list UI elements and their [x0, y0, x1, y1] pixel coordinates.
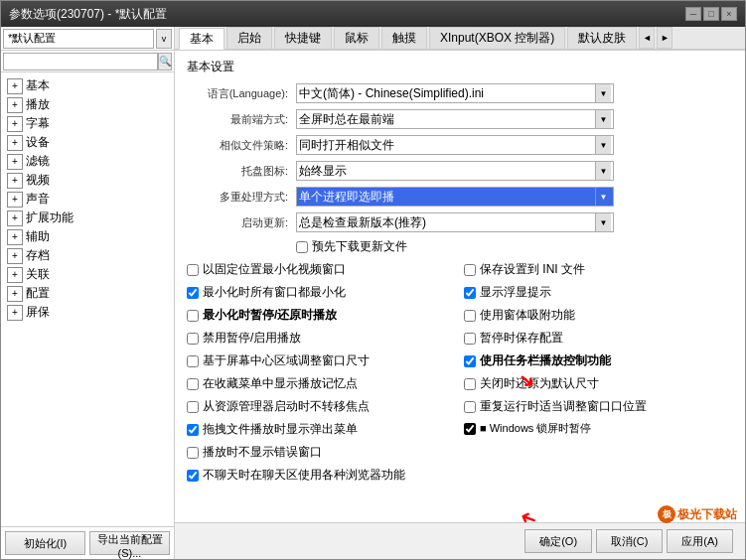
- cb-fixed-position-input[interactable]: [187, 264, 199, 276]
- expand-icon[interactable]: +: [7, 173, 23, 189]
- preset-input[interactable]: *默认配置: [3, 29, 154, 49]
- cb-taskbar-control-input[interactable]: [464, 355, 476, 367]
- cb-adjust-pos[interactable]: 重复运行时适当调整窗口口位置: [464, 398, 733, 415]
- foreground-select[interactable]: 全屏时总在最前端 ▼: [296, 109, 614, 129]
- tree-item-device[interactable]: + 设备: [3, 133, 172, 152]
- tree-label: 存档: [26, 247, 50, 264]
- cb-minimize-all[interactable]: 最小化时所有窗口都最小化: [187, 284, 456, 301]
- expand-icon[interactable]: +: [7, 305, 23, 321]
- cb-minimize-all-input[interactable]: [187, 287, 199, 299]
- cb-tooltip-input[interactable]: [464, 287, 476, 299]
- cb-no-focus-input[interactable]: [187, 401, 199, 413]
- expand-icon[interactable]: +: [7, 154, 23, 170]
- export-button[interactable]: 导出当前配置(S)...: [89, 531, 170, 555]
- tab-scroll-left[interactable]: ◄: [639, 27, 655, 49]
- predownload-checkbox-label[interactable]: 预先下载更新文件: [296, 238, 407, 255]
- cb-lock-pause[interactable]: ■ Windows 锁屏时暂停: [464, 421, 733, 436]
- cb-save-ini-input[interactable]: [464, 264, 476, 276]
- cb-taskbar-control[interactable]: 使用任务栏播放控制功能: [464, 352, 733, 369]
- tab-basic[interactable]: 基本: [179, 28, 224, 50]
- tree-item-playback[interactable]: + 播放: [3, 95, 172, 114]
- expand-icon[interactable]: +: [7, 267, 23, 283]
- tray-select[interactable]: 始终显示 ▼: [296, 161, 614, 181]
- expand-icon[interactable]: +: [7, 248, 23, 264]
- tab-xinput[interactable]: XInput(XBOX 控制器): [429, 27, 565, 49]
- cb-no-error-input[interactable]: [187, 447, 199, 459]
- tree-item-filter[interactable]: + 滤镜: [3, 152, 172, 171]
- tree-item-basic[interactable]: + 基本: [3, 76, 172, 95]
- predownload-checkbox[interactable]: [296, 241, 308, 253]
- cb-minimize-pause[interactable]: 最小化时暂停/还原时播放: [187, 307, 456, 324]
- expand-icon[interactable]: +: [7, 210, 23, 226]
- chevron-down-icon: ▼: [595, 110, 611, 128]
- cb-save-pause[interactable]: 暂停时保存配置: [464, 330, 733, 347]
- expand-icon[interactable]: +: [7, 192, 23, 208]
- cb-drag-menu[interactable]: 拖拽文件播放时显示弹出菜单: [187, 421, 456, 438]
- cb-restore-size[interactable]: 关闭时还原为默认尺寸: [464, 375, 733, 392]
- apply-button[interactable]: 应用(A): [667, 529, 733, 553]
- tree-label: 辅助: [26, 228, 50, 245]
- init-button[interactable]: 初始化(I): [5, 531, 85, 555]
- cb-minimize-pause-input[interactable]: [187, 310, 199, 322]
- tree-item-subtitle[interactable]: + 字幕: [3, 114, 172, 133]
- cb-snap-input[interactable]: [464, 310, 476, 322]
- tab-mouse[interactable]: 鼠标: [334, 27, 379, 49]
- checkboxes-area: 以固定位置最小化视频窗口 最小化时所有窗口都最小化 最小化时暂停/还原时播放: [187, 261, 733, 487]
- cb-restore-size-input[interactable]: [464, 378, 476, 390]
- expand-icon[interactable]: +: [7, 229, 23, 245]
- cb-no-error[interactable]: 播放时不显示错误窗口: [187, 444, 456, 461]
- cb-tooltip[interactable]: 显示浮显提示: [464, 284, 733, 301]
- autoupdate-select[interactable]: 总是检查最新版本(推荐) ▼: [296, 212, 614, 232]
- cb-browser-chat-input[interactable]: [187, 470, 199, 482]
- tab-touch[interactable]: 触摸: [381, 27, 427, 49]
- tab-start[interactable]: 启始: [226, 27, 272, 49]
- tree-item-extension[interactable]: + 扩展功能: [3, 209, 172, 227]
- cb-show-bookmarks-input[interactable]: [187, 378, 199, 390]
- tab-skin[interactable]: 默认皮肤: [567, 27, 637, 49]
- expand-icon[interactable]: +: [7, 78, 23, 94]
- ok-button[interactable]: 确定(O): [524, 529, 592, 553]
- tree-item-archive[interactable]: + 存档: [3, 246, 172, 265]
- maximize-button[interactable]: □: [703, 7, 719, 21]
- cb-center-resize[interactable]: 基于屏幕中心区域调整窗口尺寸: [187, 352, 456, 369]
- cancel-button[interactable]: 取消(C): [596, 529, 663, 553]
- cb-fixed-position[interactable]: 以固定位置最小化视频窗口: [187, 261, 456, 278]
- cb-save-ini[interactable]: 保存设置到 INI 文件: [464, 261, 733, 278]
- tree-item-config[interactable]: + 配置: [3, 284, 172, 303]
- cb-drag-menu-input[interactable]: [187, 424, 199, 436]
- cb-save-pause-input[interactable]: [464, 333, 476, 345]
- cb-show-bookmarks[interactable]: 在收藏菜单中显示播放记忆点: [187, 375, 456, 392]
- minimize-button[interactable]: ─: [685, 7, 701, 21]
- tree-item-assist[interactable]: + 辅助: [3, 227, 172, 246]
- tree-item-audio[interactable]: + 声音: [3, 190, 172, 209]
- preset-dropdown-button[interactable]: v: [156, 29, 172, 49]
- cb-disable-pause[interactable]: 禁用暂停/启用播放: [187, 330, 456, 347]
- expand-icon[interactable]: +: [7, 116, 23, 132]
- similar-file-select[interactable]: 同时打开相似文件 ▼: [296, 135, 614, 155]
- cb-disable-pause-input[interactable]: [187, 333, 199, 345]
- tree-item-video[interactable]: + 视频: [3, 171, 172, 190]
- predownload-row: 预先下载更新文件: [187, 238, 733, 255]
- multi-instance-select[interactable]: 单个进程即选即播 ▼: [296, 187, 614, 207]
- expand-icon[interactable]: +: [7, 286, 23, 302]
- expand-icon[interactable]: +: [7, 97, 23, 113]
- tab-scroll-right[interactable]: ►: [657, 27, 672, 49]
- cb-adjust-pos-input[interactable]: [464, 401, 476, 413]
- tray-label: 托盘图标:: [187, 164, 296, 179]
- tree-item-association[interactable]: + 关联: [3, 265, 172, 284]
- cb-lock-pause-input[interactable]: [464, 423, 476, 435]
- close-button[interactable]: ×: [721, 7, 737, 21]
- chevron-down-icon: ▼: [595, 162, 611, 180]
- cb-snap[interactable]: 使用窗体吸附功能: [464, 307, 733, 324]
- cb-no-focus[interactable]: 从资源管理器启动时不转移焦点: [187, 398, 456, 415]
- cb-center-resize-input[interactable]: [187, 355, 199, 367]
- watermark: 极 极光下载站: [658, 505, 737, 523]
- search-input[interactable]: [3, 53, 158, 70]
- expand-icon[interactable]: +: [7, 135, 23, 151]
- tree-item-screensaver[interactable]: + 屏保: [3, 303, 172, 322]
- cb-browser-chat[interactable]: 不聊天时在聊天区使用各种浏览器功能: [187, 467, 456, 484]
- language-select[interactable]: 中文(简体) - Chinese(Simplified).ini ▼: [296, 83, 614, 103]
- tab-hotkey[interactable]: 快捷键: [274, 27, 332, 49]
- search-icon[interactable]: 🔍: [158, 53, 172, 70]
- search-bar: 🔍: [1, 51, 174, 72]
